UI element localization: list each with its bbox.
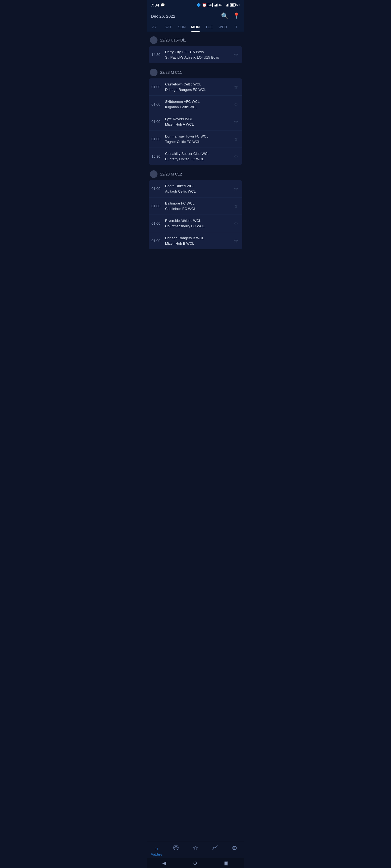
battery-icon [230,3,236,6]
favorite-star[interactable]: ☆ [232,237,240,245]
section-header-1: 22/23 U15PDi1 [149,34,242,46]
favorite-star[interactable]: ☆ [232,51,240,59]
header-date: Dec 26, 2022 [151,14,175,19]
section-dot-3 [150,170,158,178]
section-title-1: 22/23 U15PDi1 [160,38,186,42]
whatsapp-icon: 💬 [161,3,165,7]
section-dot-1 [150,36,158,44]
table-row: 15:30 Clonakilty Soccer Club WCL Bunratt… [149,148,242,165]
alarm-icon: ⏰ [202,3,206,7]
team-name-away: Togher Celtic FC WCL [165,139,230,145]
status-icons: 🔷 ⏰ Ve 4G+ 71 [196,3,240,7]
match-time: 01:00 [151,102,163,106]
search-icon[interactable]: 🔍 [221,12,228,20]
team-name-home: Lyre Rovers WCL [165,116,230,122]
match-teams: Beara United WCL Aultagh Celtic WCL [163,183,232,194]
match-teams: Clonakilty Soccer Club WCL Bunratty Unit… [163,151,232,162]
section-header-3: 22/23 M C12 [149,168,242,180]
team-name-away: Castlelack FC WCL [165,206,230,212]
team-name-home: Clonakilty Soccer Club WCL [165,151,230,156]
table-row: 01:00 Dunmanway Town FC WCL Togher Celti… [149,130,242,148]
network-type: 4G+ [219,3,224,6]
team-name-away: Aultagh Celtic WCL [165,189,230,194]
match-time: 01:00 [151,221,163,225]
tab-sat[interactable]: SAT [161,22,175,32]
match-time: 14:30 [151,53,163,57]
team-name-away: Mizen Hob A WCL [165,122,230,127]
section-title-3: 22/23 M C12 [160,172,182,176]
match-time: 15:30 [151,154,163,158]
tab-wed[interactable]: WED [216,22,229,32]
table-row: 01:00 Riverside Athletic WCL Courtmacshe… [149,215,242,232]
match-time: 01:00 [151,85,163,89]
header-actions: 🔍 📍 [221,12,240,20]
table-row: 01:00 Lyre Rovers WCL Mizen Hob A WCL ☆ [149,113,242,130]
tab-sun[interactable]: SUN [175,22,189,32]
match-time: 01:00 [151,204,163,208]
main-content: 22/23 U15PDi1 14:30 Derry City LOI U15 B… [147,32,244,287]
match-teams: Skibbereen AFC WCL Kilgoban Celtic WCL [163,99,232,110]
match-time: 01:00 [151,239,163,243]
table-row: 01:00 Baltimore FC WCL Castlelack FC WCL… [149,197,242,215]
tab-fri[interactable]: AY [148,22,161,32]
location-icon[interactable]: 📍 [233,12,240,20]
favorite-star[interactable]: ☆ [232,184,240,193]
tab-tue[interactable]: TUE [202,22,216,32]
favorite-star[interactable]: ☆ [232,219,240,228]
table-row: 01:00 Castletown Celtic WCL Drinagh Rang… [149,79,242,96]
favorite-star[interactable]: ☆ [232,118,240,126]
ve-icon: Ve [208,3,213,7]
status-bar: 7:34 💬 🔷 ⏰ Ve 4G+ 71 [147,0,244,10]
team-name-away: Kilgoban Celtic WCL [165,104,230,110]
match-teams: Baltimore FC WCL Castlelack FC WCL [163,201,232,211]
match-teams: Castletown Celtic WCL Drinagh Rangers FC… [163,82,232,92]
team-name-home: Beara United WCL [165,183,230,189]
team-name-home: Riverside Athletic WCL [165,218,230,223]
match-teams: Riverside Athletic WCL Courtmacsherry FC… [163,218,232,229]
table-row: 14:30 Derry City LOI U15 Boys St. Patric… [149,46,242,63]
bluetooth-icon: 🔷 [196,3,201,7]
battery-percent: 71 [237,3,240,6]
match-teams: Drinagh Rangers B WCL Mizen Hob B WCL [163,236,232,246]
app-header: Dec 26, 2022 🔍 📍 [147,10,244,22]
team-name-away: Mizen Hob B WCL [165,241,230,246]
team-name-away: Courtmacsherry FC WCL [165,223,230,229]
match-time: 01:00 [151,137,163,141]
team-name-home: Skibbereen AFC WCL [165,99,230,104]
team-name-away: Drinagh Rangers FC WCL [165,87,230,93]
team-name-home: Castletown Celtic WCL [165,82,230,87]
team-name-home: Baltimore FC WCL [165,201,230,206]
match-time: 01:00 [151,187,163,191]
match-group-1: 14:30 Derry City LOI U15 Boys St. Patric… [149,46,242,63]
favorite-star[interactable]: ☆ [232,135,240,144]
team-name-away: St. Patrick's Athletic LOI U15 Boys [165,55,230,60]
tab-mon[interactable]: MON [189,22,202,32]
table-row: 01:00 Beara United WCL Aultagh Celtic WC… [149,180,242,197]
match-group-3: 01:00 Beara United WCL Aultagh Celtic WC… [149,180,242,249]
match-group-2: 01:00 Castletown Celtic WCL Drinagh Rang… [149,79,242,165]
signal-bars-2 [225,3,229,6]
team-name-home: Derry City LOI U15 Boys [165,50,230,55]
section-title-2: 22/23 M C11 [160,70,182,74]
team-name-home: Dunmanway Town FC WCL [165,134,230,139]
team-name-home: Drinagh Rangers B WCL [165,236,230,241]
favorite-star[interactable]: ☆ [232,100,240,109]
match-teams: Derry City LOI U15 Boys St. Patrick's At… [163,50,232,60]
signal-bars [214,3,218,6]
match-time: 01:00 [151,120,163,124]
favorite-star[interactable]: ☆ [232,83,240,91]
match-teams: Lyre Rovers WCL Mizen Hob A WCL [163,116,232,127]
table-row: 01:00 Skibbereen AFC WCL Kilgoban Celtic… [149,96,242,113]
match-teams: Dunmanway Town FC WCL Togher Celtic FC W… [163,134,232,144]
favorite-star[interactable]: ☆ [232,152,240,161]
day-tabs: AY SAT SUN MON TUE WED T [147,22,244,32]
tab-thu[interactable]: T [230,22,243,32]
team-name-away: Bunratty United FC WCL [165,156,230,162]
section-dot-2 [150,69,158,76]
status-time: 7:34 💬 [151,3,165,7]
section-header-2: 22/23 M C11 [149,66,242,79]
table-row: 01:00 Drinagh Rangers B WCL Mizen Hob B … [149,232,242,249]
favorite-star[interactable]: ☆ [232,202,240,211]
